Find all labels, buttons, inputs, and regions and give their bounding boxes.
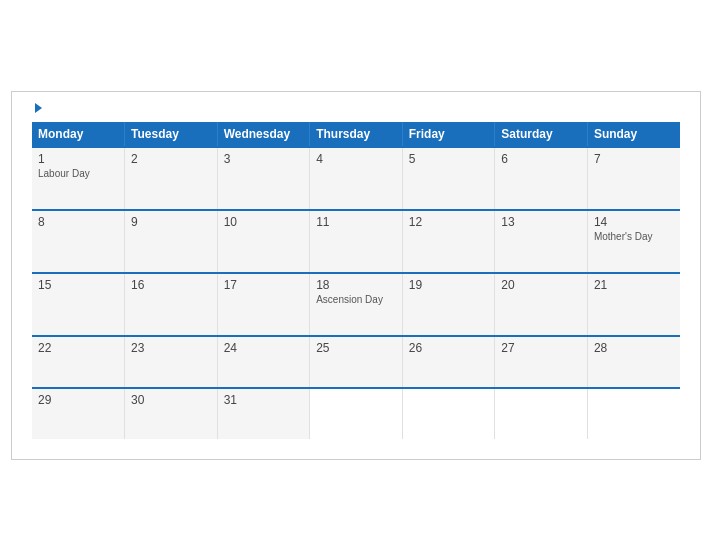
day-number: 21	[594, 278, 674, 292]
day-number: 17	[224, 278, 304, 292]
day-number: 8	[38, 215, 118, 229]
day-cell: 1Labour Day	[32, 147, 125, 210]
day-number: 1	[38, 152, 118, 166]
day-number: 19	[409, 278, 489, 292]
day-number: 23	[131, 341, 211, 355]
weekday-header-wednesday: Wednesday	[217, 122, 310, 147]
day-number: 24	[224, 341, 304, 355]
day-cell: 27	[495, 336, 588, 388]
day-cell: 26	[402, 336, 495, 388]
weekday-header-saturday: Saturday	[495, 122, 588, 147]
logo-blue-text	[32, 103, 42, 113]
day-cell: 11	[310, 210, 403, 273]
day-cell: 21	[587, 273, 680, 336]
day-number: 26	[409, 341, 489, 355]
day-cell: 31	[217, 388, 310, 439]
day-cell: 22	[32, 336, 125, 388]
week-row-5: 293031	[32, 388, 680, 439]
day-cell	[402, 388, 495, 439]
weekday-header-tuesday: Tuesday	[125, 122, 218, 147]
day-number: 6	[501, 152, 581, 166]
day-cell: 28	[587, 336, 680, 388]
week-row-1: 1Labour Day234567	[32, 147, 680, 210]
day-number: 12	[409, 215, 489, 229]
weekday-header-row: MondayTuesdayWednesdayThursdayFridaySatu…	[32, 122, 680, 147]
day-number: 14	[594, 215, 674, 229]
day-cell: 24	[217, 336, 310, 388]
day-number: 5	[409, 152, 489, 166]
day-cell: 4	[310, 147, 403, 210]
day-cell: 18Ascension Day	[310, 273, 403, 336]
week-row-2: 891011121314Mother's Day	[32, 210, 680, 273]
day-cell: 30	[125, 388, 218, 439]
day-cell: 16	[125, 273, 218, 336]
day-cell: 20	[495, 273, 588, 336]
holiday-label: Mother's Day	[594, 231, 674, 242]
day-number: 30	[131, 393, 211, 407]
weekday-header-thursday: Thursday	[310, 122, 403, 147]
day-number: 28	[594, 341, 674, 355]
logo-triangle-icon	[35, 103, 42, 113]
day-cell: 2	[125, 147, 218, 210]
day-cell: 23	[125, 336, 218, 388]
logo	[32, 103, 42, 113]
calendar-container: MondayTuesdayWednesdayThursdayFridaySatu…	[11, 91, 701, 460]
day-cell: 17	[217, 273, 310, 336]
day-number: 2	[131, 152, 211, 166]
day-cell	[310, 388, 403, 439]
day-number: 16	[131, 278, 211, 292]
weekday-header-sunday: Sunday	[587, 122, 680, 147]
calendar-grid: MondayTuesdayWednesdayThursdayFridaySatu…	[32, 122, 680, 439]
day-number: 29	[38, 393, 118, 407]
day-number: 15	[38, 278, 118, 292]
day-cell: 7	[587, 147, 680, 210]
day-cell: 5	[402, 147, 495, 210]
holiday-label: Labour Day	[38, 168, 118, 179]
day-number: 25	[316, 341, 396, 355]
day-cell: 29	[32, 388, 125, 439]
day-cell: 13	[495, 210, 588, 273]
day-cell: 25	[310, 336, 403, 388]
day-cell: 10	[217, 210, 310, 273]
day-cell: 6	[495, 147, 588, 210]
day-number: 4	[316, 152, 396, 166]
day-number: 13	[501, 215, 581, 229]
week-row-3: 15161718Ascension Day192021	[32, 273, 680, 336]
day-cell: 8	[32, 210, 125, 273]
weekday-header-friday: Friday	[402, 122, 495, 147]
holiday-label: Ascension Day	[316, 294, 396, 305]
day-cell	[495, 388, 588, 439]
day-number: 9	[131, 215, 211, 229]
day-number: 20	[501, 278, 581, 292]
day-cell: 15	[32, 273, 125, 336]
day-number: 18	[316, 278, 396, 292]
day-cell: 9	[125, 210, 218, 273]
weekday-header-monday: Monday	[32, 122, 125, 147]
day-cell: 3	[217, 147, 310, 210]
day-cell	[587, 388, 680, 439]
day-cell: 12	[402, 210, 495, 273]
day-number: 22	[38, 341, 118, 355]
week-row-4: 22232425262728	[32, 336, 680, 388]
day-number: 7	[594, 152, 674, 166]
day-number: 27	[501, 341, 581, 355]
day-number: 31	[224, 393, 304, 407]
day-number: 10	[224, 215, 304, 229]
day-number: 3	[224, 152, 304, 166]
day-number: 11	[316, 215, 396, 229]
day-cell: 14Mother's Day	[587, 210, 680, 273]
day-cell: 19	[402, 273, 495, 336]
